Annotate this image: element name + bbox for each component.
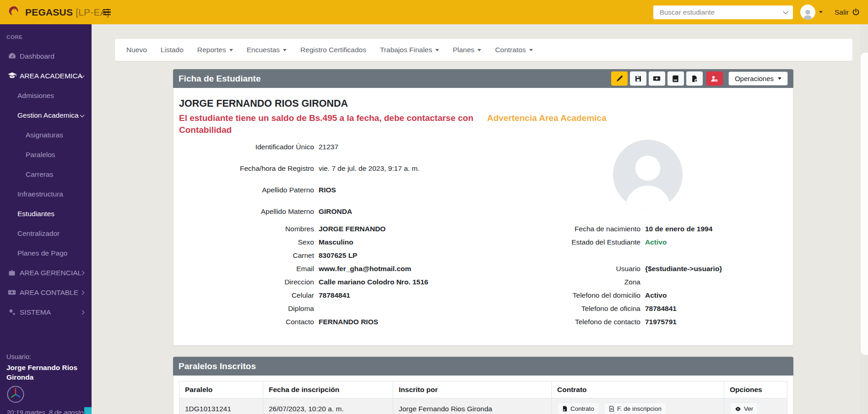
sidebar-item-admisiones[interactable]: Admisiones	[0, 86, 92, 105]
field-row: Diploma	[179, 302, 487, 315]
cell-opciones: Ver	[724, 398, 787, 414]
briefcase-icon	[6, 269, 18, 277]
student-card-body: JORGE FERNANDO RIOS GIRONDA El estudiant…	[173, 88, 793, 346]
cash-icon	[653, 75, 661, 82]
user-label: Usuario:	[6, 353, 85, 360]
caret-down-icon	[477, 49, 481, 51]
table-header-row: Paralelo Fecha de inscripción Inscrito p…	[179, 381, 787, 398]
operations-dropdown-button[interactable]: Operaciones	[728, 71, 788, 86]
enrolled-sections-body: Paralelo Fecha de inscripción Inscrito p…	[173, 376, 793, 414]
tab-encuestas[interactable]: Encuestas	[240, 46, 293, 54]
brand-name: PEGASUS [LP-EA]	[25, 7, 109, 18]
records-button[interactable]	[667, 71, 684, 86]
cell-fecha: 26/07/2023, 10:20 a. m.	[263, 398, 393, 414]
sidebar-item-estudiantes[interactable]: Estudiantes	[0, 204, 92, 223]
caret-down-icon	[435, 49, 439, 51]
user-menu-caret-icon[interactable]	[819, 11, 823, 13]
sidebar-item-paralelos[interactable]: Paralelos	[0, 145, 92, 164]
academic-advisory: Advertencia Area Academica	[487, 112, 607, 136]
sidebar-section-label: CORE	[0, 24, 92, 46]
clock-icon	[6, 385, 85, 405]
book-icon	[672, 75, 679, 82]
operations-label: Operaciones	[735, 75, 774, 82]
brand-logo[interactable]: PEGASUS [LP-EA]	[0, 5, 98, 20]
page-scrollbar[interactable]	[860, 24, 868, 414]
enrolled-sections-header: Paralelos Inscritos	[173, 357, 793, 376]
student-search-select[interactable]	[653, 5, 793, 19]
user-avatar[interactable]	[800, 5, 815, 20]
paralelos-table: Paralelo Fecha de inscripción Inscrito p…	[179, 381, 787, 414]
gears-icon	[6, 308, 18, 316]
card-title: Paralelos Inscritos	[179, 361, 256, 371]
tab-registro-certificados[interactable]: Registro Certificados	[293, 46, 373, 54]
user-settings-button[interactable]	[706, 71, 723, 86]
tab-planes[interactable]: Planes	[446, 46, 488, 54]
sidebar-item-carreras[interactable]: Carreras	[0, 164, 92, 184]
cell-inscrito-por: Jorge Fernando Rios Gironda	[393, 398, 552, 414]
sidebar-item-area-academica[interactable]: AREA ACADEMICA	[0, 66, 92, 86]
payments-button[interactable]	[649, 71, 665, 86]
table-row: 1DG10131241 26/07/2023, 10:20 a. m. Jorg…	[179, 398, 787, 414]
field-row: Celular78784841	[179, 289, 487, 302]
document-settings-button[interactable]	[686, 71, 703, 86]
tab-listado[interactable]: Listado	[154, 46, 190, 54]
sidebar-item-dashboard[interactable]: Dashboard	[0, 46, 92, 66]
student-record-card: Ficha de Estudiante	[173, 69, 793, 346]
student-fields-left: Identificador Único21237 Fecha/hora de R…	[179, 136, 487, 328]
sidebar-item-area-contable[interactable]: AREA CONTABLE	[0, 283, 92, 302]
file-contract-icon	[562, 406, 568, 412]
chevron-right-icon	[80, 290, 85, 295]
save-button[interactable]	[630, 71, 646, 86]
cell-paralelo: 1DG10131241	[179, 398, 263, 414]
col-contrato: Contrato	[552, 381, 724, 398]
person-icon	[802, 8, 814, 20]
student-name: JORGE FERNANDO RIOS GIRONDA	[179, 97, 787, 110]
ficha-inscripcion-button[interactable]: F. de inscripcion	[604, 403, 667, 414]
menu-toggle-button[interactable]	[99, 5, 114, 19]
col-paralelo: Paralelo	[179, 381, 263, 398]
student-card-header: Ficha de Estudiante	[173, 69, 793, 88]
field-row: Telefono de contacto71975791	[487, 315, 788, 328]
sidebar-item-planes-de-pago[interactable]: Planes de Pago	[0, 243, 92, 263]
status-badge: Activo	[645, 238, 667, 246]
sidebar-item-sistema[interactable]: SISTEMA	[0, 302, 92, 322]
search-input[interactable]	[659, 8, 780, 16]
edit-button[interactable]	[611, 71, 628, 86]
sidebar-item-asignaturas[interactable]: Asignaturas	[0, 125, 92, 145]
field-row: NombresJORGE FERNANDO	[179, 222, 487, 235]
power-icon	[852, 8, 860, 16]
field-row-spacer	[487, 249, 788, 262]
speedometer-icon	[6, 52, 18, 60]
tab-reportes[interactable]: Reportes	[190, 46, 240, 54]
logout-button[interactable]: Salir	[835, 8, 860, 16]
student-photo-placeholder[interactable]	[613, 140, 683, 209]
tab-contratos[interactable]: Contratos	[488, 46, 539, 54]
field-row: Identificador Único21237	[179, 136, 487, 158]
sidebar-item-centralizador[interactable]: Centralizador	[0, 223, 92, 243]
sidebar-item-area-gerencial[interactable]: AREA GERENCIAL	[0, 263, 92, 283]
field-row: Fecha de nacimiento10 de enero de 1994	[487, 222, 788, 235]
contrato-button[interactable]: Contrato	[557, 403, 599, 414]
field-row: Telefono de oficina78784841	[487, 302, 788, 315]
caret-down-icon	[283, 49, 287, 51]
sidebar: CORE Dashboard AREA ACADEMICA Admisiones…	[0, 24, 92, 414]
sidebar-item-infraestructura[interactable]: Infraestructura	[0, 184, 92, 204]
ver-button[interactable]: Ver	[730, 403, 758, 414]
person-gear-icon	[711, 75, 718, 82]
sidebar-datetime: 20:19 martes, 8 de agosto de 2023	[6, 408, 85, 414]
enrolled-sections-card: Paralelos Inscritos Paralelo Fecha de in…	[173, 357, 793, 414]
field-row: Apellido MaternoGIRONDA	[179, 201, 487, 222]
field-row: Apellido PaternoRIOS	[179, 179, 487, 201]
tab-nuevo[interactable]: Nuevo	[119, 46, 154, 54]
field-row: Usuario{$estudiante->usuario}	[487, 262, 788, 275]
tab-trabajos-finales[interactable]: Trabajos Finales	[373, 46, 446, 54]
sidebar-item-gestion-academica[interactable]: Gestion Academica	[0, 105, 92, 125]
field-row: Zona	[487, 275, 788, 289]
sidebar-scrollbar-thumb[interactable]	[84, 407, 92, 414]
person-icon	[613, 145, 683, 209]
card-title: Ficha de Estudiante	[179, 74, 260, 84]
field-row: Carnet8307625 LP	[179, 249, 487, 262]
scrollbar-thumb[interactable]	[861, 53, 868, 355]
field-row: ContactoFERNANDO RIOS	[179, 315, 487, 328]
balance-amount: 495	[323, 113, 337, 123]
